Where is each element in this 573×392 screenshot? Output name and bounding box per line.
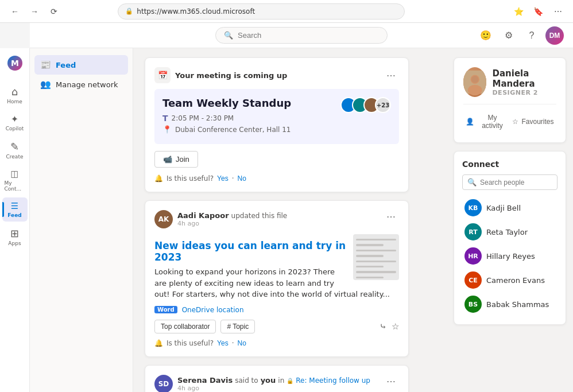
useful-icon: 🔔 — [154, 174, 163, 183]
msg-author-avatar: SD — [154, 375, 173, 393]
file-content: New ideas you can learn and try in 2023 … — [154, 234, 399, 306]
meeting-more-button[interactable]: ⋯ — [383, 69, 399, 82]
svg-text:M: M — [11, 59, 19, 68]
sidebar-item-manage-network[interactable]: 👥 Manage network — [34, 75, 128, 94]
topbar-search-icon: 🔍 — [224, 31, 233, 40]
star-icon-button[interactable]: ☆ — [392, 321, 399, 332]
favourites-tab[interactable]: ☆ Favourites — [510, 110, 556, 133]
list-item[interactable]: HR Hillary Reyes — [462, 244, 557, 268]
search-icon: 🔍 — [467, 178, 477, 187]
thumb-line-7 — [356, 271, 396, 273]
user-avatar-button[interactable]: DM — [545, 26, 564, 45]
meeting-time-text: 2:05 PM - 2:30 PM — [172, 114, 234, 122]
meeting-location: 📍 Dubai Conference Center, Hall 11 — [162, 125, 391, 134]
file-location-link[interactable]: OneDrive location — [182, 306, 244, 314]
collections-button[interactable]: 🔖 — [531, 3, 547, 20]
list-item[interactable]: CE Cameron Evans — [462, 268, 557, 292]
useful-sep: · — [232, 174, 234, 183]
file-no-button[interactable]: No — [238, 339, 246, 347]
join-button[interactable]: 📹 Join — [154, 151, 198, 168]
useful-icon-2: 🔔 — [154, 339, 163, 347]
feed-label: Feed — [7, 212, 21, 218]
back-button[interactable]: ← — [7, 3, 23, 20]
emoji-button[interactable]: 🙂 — [477, 26, 495, 45]
top-collaborator-button[interactable]: Top collaborator — [154, 320, 216, 333]
topbar-search-bar[interactable]: 🔍 — [215, 27, 388, 44]
msg-subject: Re: Meeting follow up — [296, 377, 370, 385]
refresh-button[interactable]: ⟳ — [46, 3, 62, 20]
sidebar-item-home[interactable]: ⌂ Home — [2, 82, 28, 108]
calendar-icon: 📅 — [154, 67, 171, 83]
activity-icon: 👤 — [466, 118, 474, 126]
author-action: updated this file — [231, 212, 288, 220]
my-activity-tab[interactable]: 👤 My activity — [463, 110, 510, 133]
forward-button[interactable]: → — [26, 3, 42, 20]
address-bar[interactable]: 🔒 https://www.m365.cloud.microsoft — [118, 3, 405, 20]
msg-more-button[interactable]: ⋯ — [383, 375, 399, 388]
msg-recipient: you — [261, 376, 276, 385]
mycontent-label: My Cont... — [5, 180, 25, 192]
person-name-2: Reta Taylor — [486, 228, 528, 236]
search-people-input[interactable] — [480, 178, 552, 187]
list-item[interactable]: KB Kadji Bell — [462, 196, 557, 220]
msg-subject-link[interactable]: Re: Meeting follow up — [296, 377, 370, 385]
msg-card-header: SD Serena Davis said to you in 🔒 Re: Mee… — [154, 375, 399, 393]
sidebar-item-create[interactable]: ✎ Create — [2, 137, 28, 163]
meeting-location-text: Dubai Conference Center, Hall 11 — [175, 126, 291, 134]
person-avatar-4: CE — [464, 271, 482, 289]
list-item[interactable]: RT Reta Taylor — [462, 220, 557, 244]
share-icon-button[interactable]: ⤷ — [380, 321, 387, 332]
app-logo[interactable]: M — [7, 55, 23, 73]
attendee-count: +23 — [375, 97, 391, 113]
thumb-line-3 — [356, 250, 396, 251]
person-avatar-5: BS — [464, 296, 482, 313]
list-item[interactable]: BS Babak Shammas — [462, 292, 557, 316]
copilot-label: Copilot — [6, 126, 24, 131]
favorites-star-button[interactable]: ⭐ — [511, 3, 527, 20]
file-card-header: AK Aadi Kapoor updated this file 4h ago … — [154, 210, 399, 228]
file-thumbnail — [353, 234, 399, 280]
topbar-search-input[interactable] — [238, 31, 379, 40]
useful-sep-2: · — [232, 339, 234, 347]
manage-network-icon: 👥 — [40, 79, 51, 90]
search-people-bar[interactable]: 🔍 — [462, 174, 557, 190]
avatar-image — [463, 67, 486, 97]
browser-chrome: ← → ⟳ 🔒 https://www.m365.cloud.microsoft… — [0, 0, 573, 23]
sidebar-item-feed[interactable]: 📰 Feed — [34, 55, 128, 75]
topic-button[interactable]: # Topic — [220, 320, 255, 333]
person-avatar-3: HR — [464, 247, 482, 265]
msg-action-text: said to — [235, 377, 258, 385]
meeting-no-button[interactable]: No — [238, 174, 246, 183]
meeting-header-label: Your meeting is coming up — [175, 71, 287, 80]
help-button[interactable]: ? — [522, 26, 541, 45]
lock-icon: 🔒 — [125, 7, 133, 15]
home-icon: ⌂ — [11, 86, 18, 98]
msg-lock-icon: 🔒 — [286, 378, 293, 384]
file-more-button[interactable]: ⋯ — [383, 210, 399, 223]
main-content: 📅 Your meeting is coming up ⋯ +23 Team W… — [133, 48, 447, 392]
sidebar-item-apps[interactable]: ⊞ Apps — [2, 224, 28, 250]
msg-time: 4h ago — [177, 385, 370, 392]
connect-title: Connect — [462, 160, 557, 169]
thumb-line-8 — [356, 277, 384, 278]
settings-button[interactable]: ⚙ — [500, 26, 518, 45]
app-layout: M ⌂ Home ✦ Copilot ✎ Create ◫ My C — [0, 48, 573, 392]
browser-menu-button[interactable]: ⋯ — [550, 3, 566, 20]
sidebar-item-mycontent[interactable]: ◫ My Cont... — [2, 165, 28, 195]
home-label: Home — [7, 99, 22, 104]
url-text: https://www.m365.cloud.microsoft — [137, 7, 255, 15]
profile-role: DESIGNER 2 — [492, 89, 556, 96]
nav-item-wrapper-copilot: ✦ Copilot — [2, 110, 28, 135]
file-icon-actions: ⤷ ☆ — [380, 321, 399, 332]
teams-icon: T — [162, 114, 168, 123]
thumb-line-2 — [356, 244, 384, 246]
person-name-3: Hillary Reyes — [486, 252, 535, 261]
person-name-4: Cameron Evans — [486, 276, 545, 285]
my-activity-label: My activity — [477, 114, 508, 130]
meeting-yes-button[interactable]: Yes — [217, 174, 229, 183]
meeting-useful-row: 🔔 Is this useful? Yes · No — [154, 174, 399, 183]
sidebar-item-copilot[interactable]: ✦ Copilot — [2, 110, 28, 135]
mycontent-icon: ◫ — [10, 169, 18, 179]
file-yes-button[interactable]: Yes — [217, 339, 229, 347]
sidebar-item-feed[interactable]: ☰ Feed — [2, 197, 28, 222]
